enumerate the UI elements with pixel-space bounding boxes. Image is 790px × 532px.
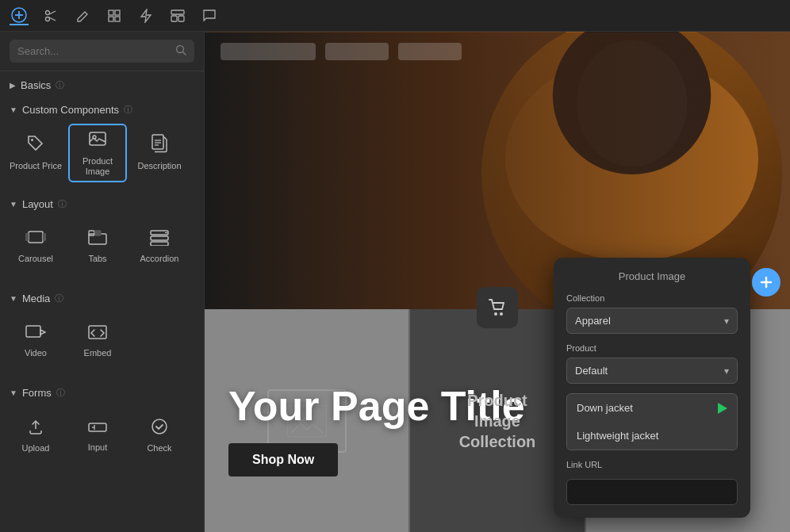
sidebar-section-basics[interactable]: ▶ Basics ⓘ bbox=[0, 71, 204, 96]
sidebar-item-input-label: Input bbox=[88, 442, 107, 453]
sidebar-item-video-label: Video bbox=[25, 348, 47, 358]
dropdown-item-label-2: Lightweight jacket bbox=[577, 430, 658, 442]
svg-rect-27 bbox=[89, 231, 94, 235]
info-icon-layout: ⓘ bbox=[58, 198, 67, 210]
search-input[interactable] bbox=[17, 45, 169, 57]
search-bar bbox=[0, 32, 204, 71]
layout-grid: Carousel Tabs bbox=[0, 215, 204, 285]
cart-icon-button[interactable] bbox=[477, 287, 518, 328]
svg-rect-25 bbox=[43, 233, 46, 241]
collection-label: Collection bbox=[566, 293, 738, 303]
sidebar-item-embed-label: Embed bbox=[84, 348, 112, 358]
sidebar-item-upload[interactable]: Upload bbox=[6, 407, 65, 465]
lightning-icon[interactable] bbox=[136, 6, 155, 25]
sidebar-item-tabs-label: Tabs bbox=[88, 254, 106, 264]
info-icon-custom: ⓘ bbox=[124, 104, 132, 116]
sidebar-item-product-image[interactable]: Product Image bbox=[68, 124, 127, 182]
upload-icon bbox=[27, 418, 44, 440]
chevron-down-forms-icon: ▼ bbox=[10, 388, 17, 397]
sidebar-item-carousel[interactable]: Carousel bbox=[6, 218, 65, 277]
add-icon[interactable] bbox=[10, 6, 29, 25]
sidebar-item-tabs[interactable]: Tabs bbox=[68, 218, 127, 277]
media-grid: Video Embed bbox=[0, 309, 204, 379]
nav-pill-3 bbox=[398, 43, 462, 60]
svg-point-47 bbox=[494, 312, 497, 316]
sidebar-item-product-price[interactable]: Product Price bbox=[6, 124, 65, 182]
panel-title: Product Image bbox=[566, 270, 738, 282]
top-toolbar bbox=[0, 0, 790, 32]
sidebar-section-forms[interactable]: ▼ Forms ⓘ bbox=[0, 379, 204, 404]
sidebar-item-embed[interactable]: Embed bbox=[68, 312, 127, 371]
embed-icon bbox=[88, 324, 107, 345]
svg-rect-13 bbox=[178, 16, 184, 21]
pen-icon[interactable] bbox=[73, 6, 92, 25]
sidebar-item-accordion[interactable]: Accordion bbox=[130, 218, 189, 277]
hero-nav-bar bbox=[221, 43, 774, 60]
doc-icon bbox=[151, 134, 168, 158]
svg-rect-28 bbox=[95, 231, 101, 235]
chevron-down-media-icon: ▼ bbox=[10, 294, 17, 303]
shop-now-button[interactable]: Shop Now bbox=[228, 443, 338, 477]
section-basics-title: Basics bbox=[21, 79, 51, 91]
svg-rect-19 bbox=[152, 135, 163, 149]
sidebar: ▶ Basics ⓘ ▼ Custom Components ⓘ Product… bbox=[0, 32, 205, 532]
link-url-label: Link URL bbox=[566, 460, 738, 469]
svg-rect-31 bbox=[151, 242, 168, 246]
svg-rect-10 bbox=[115, 17, 120, 21]
hero-content: Your Page Title Shop Now bbox=[228, 384, 525, 477]
input-icon bbox=[88, 419, 107, 439]
svg-line-15 bbox=[183, 52, 186, 55]
sidebar-item-description[interactable]: Description bbox=[130, 124, 189, 182]
chevron-down-layout-icon: ▼ bbox=[10, 200, 17, 209]
link-url-input[interactable] bbox=[566, 479, 738, 505]
search-input-wrap[interactable] bbox=[10, 40, 194, 63]
sidebar-item-input[interactable]: Input bbox=[68, 407, 127, 465]
svg-point-48 bbox=[500, 312, 503, 316]
sidebar-item-video[interactable]: Video bbox=[6, 312, 65, 371]
svg-rect-12 bbox=[171, 16, 177, 21]
tabs-icon bbox=[88, 230, 107, 251]
chevron-down-icon: ▼ bbox=[10, 105, 17, 114]
scissors-icon[interactable] bbox=[41, 6, 60, 25]
product-select[interactable]: Default ▾ bbox=[566, 358, 738, 384]
svg-rect-9 bbox=[109, 17, 113, 21]
svg-rect-23 bbox=[29, 232, 43, 243]
sidebar-section-custom[interactable]: ▼ Custom Components ⓘ bbox=[0, 96, 204, 121]
section-media-title: Media bbox=[22, 293, 50, 304]
sidebar-item-check[interactable]: Check bbox=[130, 407, 189, 465]
svg-rect-30 bbox=[151, 236, 168, 240]
info-icon-media: ⓘ bbox=[55, 293, 63, 304]
product-image-panel: Product Image Collection Apparel ▾ Produ… bbox=[554, 258, 750, 518]
grid-icon[interactable] bbox=[168, 6, 187, 25]
svg-point-39 bbox=[152, 419, 167, 434]
forms-grid: Upload Input bbox=[0, 404, 204, 473]
product-dropdown-menu: Down jacket Lightweight jacket bbox=[566, 393, 738, 450]
add-element-button[interactable] bbox=[752, 268, 780, 297]
layers-icon[interactable] bbox=[105, 6, 124, 25]
chevron-down-collection-icon: ▾ bbox=[724, 316, 729, 327]
product-label: Product bbox=[566, 343, 738, 353]
collection-select[interactable]: Apparel ▾ bbox=[566, 308, 738, 334]
sidebar-item-product-image-label: Product Image bbox=[70, 156, 125, 177]
dropdown-item-lightweight-jacket[interactable]: Lightweight jacket bbox=[567, 422, 737, 450]
svg-rect-17 bbox=[90, 132, 105, 145]
main-layout: ▶ Basics ⓘ ▼ Custom Components ⓘ Product… bbox=[0, 32, 790, 532]
svg-point-16 bbox=[31, 139, 33, 141]
sidebar-item-carousel-label: Carousel bbox=[18, 254, 53, 264]
section-forms-title: Forms bbox=[22, 387, 52, 399]
dropdown-item-down-jacket[interactable]: Down jacket bbox=[567, 394, 737, 422]
sidebar-item-check-label: Check bbox=[147, 443, 171, 454]
sidebar-section-media[interactable]: ▼ Media ⓘ bbox=[0, 285, 204, 309]
nav-pill-1 bbox=[221, 43, 316, 60]
sidebar-section-layout[interactable]: ▼ Layout ⓘ bbox=[0, 190, 204, 215]
image-icon bbox=[88, 129, 107, 153]
sidebar-item-description-label: Description bbox=[137, 161, 181, 171]
info-icon-forms: ⓘ bbox=[56, 387, 65, 399]
chat-icon[interactable] bbox=[200, 6, 219, 25]
svg-point-3 bbox=[46, 10, 50, 14]
sidebar-item-accordion-label: Accordion bbox=[140, 254, 179, 264]
chevron-right-icon: ▶ bbox=[10, 81, 16, 90]
svg-rect-33 bbox=[26, 326, 40, 337]
accordion-icon bbox=[150, 230, 169, 251]
nav-pill-2 bbox=[325, 43, 389, 60]
